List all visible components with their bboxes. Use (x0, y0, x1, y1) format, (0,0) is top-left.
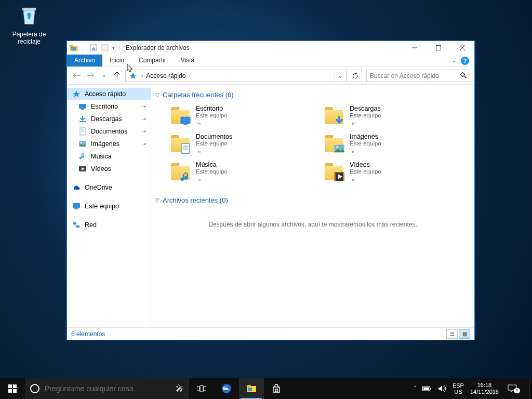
show-desktop-button[interactable] (529, 378, 532, 399)
group-header-recent[interactable]: ▽ Archivos recientes (0) (154, 194, 471, 209)
pin-icon: 📌︎ (349, 176, 356, 184)
minimize-button[interactable] (403, 41, 427, 55)
address-dropdown-icon[interactable]: ⌄ (334, 70, 346, 82)
folder-tile[interactable]: Imágenes Este equipo 📌︎ (323, 132, 471, 157)
ribbon-tab-share[interactable]: Compartir (131, 55, 174, 66)
sidebar-item-label: OneDrive (85, 184, 112, 191)
volume-icon[interactable] (438, 385, 446, 392)
microphone-icon[interactable]: 🎤︎ (176, 384, 184, 393)
folder-tile[interactable]: Vídeos Este equipo 📌︎ (323, 160, 471, 185)
sidebar-item-label: Documentos (91, 128, 127, 135)
maximize-button[interactable] (427, 41, 450, 55)
svg-rect-26 (180, 117, 190, 124)
start-button[interactable] (0, 378, 25, 399)
sidebar-item-videos[interactable]: Vídeos (67, 163, 151, 175)
group-header-frequent[interactable]: ▽ Carpetas frecuentes (6) (154, 89, 471, 104)
cortana-input[interactable] (45, 384, 170, 393)
svg-rect-0 (22, 8, 36, 10)
sidebar-this-pc[interactable]: Este equipo (67, 200, 151, 212)
svg-rect-27 (183, 124, 187, 125)
svg-rect-42 (197, 387, 200, 391)
sidebar-item-music[interactable]: Música (67, 150, 151, 163)
clock[interactable]: 16:18 14/11/2016 (470, 382, 499, 395)
folder-tile[interactable]: Escritorio Este equipo 📌︎ (169, 104, 317, 129)
lang-primary: ESP (453, 382, 464, 389)
ribbon-tab-view[interactable]: Vista (174, 55, 202, 66)
search-icon[interactable]: 🔍︎ (457, 71, 470, 81)
tray-overflow-icon[interactable]: ˆ (414, 385, 416, 392)
pin-icon: 📌︎ (349, 148, 356, 156)
action-center-button[interactable]: 1 (505, 384, 526, 393)
ribbon-tab-file[interactable]: Archivo (67, 55, 102, 66)
network-icon (72, 221, 81, 229)
nav-forward-button[interactable]: 🡢 (85, 70, 96, 82)
clock-date: 14/11/2016 (470, 389, 499, 395)
battery-icon[interactable] (422, 385, 432, 392)
language-indicator[interactable]: ESP US (453, 382, 464, 395)
taskbar-app-explorer[interactable] (239, 378, 264, 399)
sidebar-onedrive[interactable]: OneDrive (67, 181, 151, 194)
sidebar-item-downloads[interactable]: Descargas 📌︎ (67, 113, 151, 125)
folder-icon (170, 161, 191, 182)
chevron-down-icon: ▽ (155, 197, 159, 203)
folder-icon (246, 384, 257, 393)
address-bar[interactable]: › Acceso rápido › ⌄ (125, 70, 347, 82)
qat-properties-icon[interactable] (89, 44, 98, 52)
pin-icon: 📌︎ (140, 115, 148, 123)
status-bar: 6 elementos ☰ ▦ (67, 327, 474, 340)
tile-location: Este equipo (196, 140, 232, 147)
sidebar-quick-access[interactable]: Acceso rápido (67, 88, 151, 100)
folder-tile[interactable]: Música Este equipo 📌︎ (169, 160, 317, 185)
titlebar[interactable]: ▾ Explorador de archivos (67, 41, 474, 55)
folder-icon (324, 105, 344, 126)
sidebar-item-label: Este equipo (85, 203, 119, 210)
recycle-bin-icon (18, 4, 41, 27)
group-title: Archivos recientes (0) (163, 196, 228, 204)
cortana-search[interactable]: 🎤︎ (25, 378, 189, 399)
nav-recent-dropdown[interactable]: ▾ (98, 70, 110, 82)
sidebar-item-label: Descargas (91, 115, 122, 123)
taskbar-app-store[interactable] (264, 378, 289, 399)
sidebar-item-desktop[interactable]: Escritorio 📌︎ (67, 100, 151, 113)
sidebar-network[interactable]: Red (67, 219, 151, 231)
help-button[interactable]: ? (461, 57, 469, 65)
tile-location: Este equipo (350, 140, 381, 147)
svg-rect-48 (248, 388, 252, 391)
search-box[interactable]: 🔍︎ (366, 70, 470, 82)
chevron-right-icon[interactable]: › (140, 73, 144, 78)
ribbon-collapse-icon[interactable]: ⌄ (451, 58, 456, 63)
svg-rect-43 (200, 385, 203, 392)
qat-new-folder-icon[interactable] (101, 44, 109, 52)
chevron-down-icon: ▽ (155, 92, 159, 98)
svg-rect-22 (73, 203, 80, 208)
search-input[interactable] (367, 72, 457, 79)
folder-tile[interactable]: Descargas Este equipo 📌︎ (323, 104, 471, 129)
qat-dropdown-icon[interactable]: ▾ (112, 45, 115, 50)
svg-rect-14 (79, 121, 86, 122)
refresh-button[interactable] (349, 70, 362, 82)
sidebar-item-documents[interactable]: Documentos 📌︎ (67, 125, 151, 138)
view-tiles-button[interactable]: ▦ (459, 329, 470, 339)
nav-up-button[interactable]: 🡡 (112, 70, 123, 82)
svg-rect-7 (436, 46, 441, 50)
maximize-icon (436, 45, 441, 50)
pin-icon: 📌︎ (140, 140, 148, 148)
view-details-button[interactable]: ☰ (446, 329, 458, 339)
breadcrumb-location[interactable]: Acceso rápido (144, 72, 188, 79)
desktop-icon-recycle-bin[interactable]: Papelera de reciclaje (9, 4, 49, 45)
sidebar-item-pictures[interactable]: Imágenes 📌︎ (67, 138, 151, 150)
window-title: Explorador de archivos (126, 44, 190, 51)
close-button[interactable] (450, 41, 474, 55)
folder-tile[interactable]: Documentos Este equipo 📌︎ (169, 132, 317, 157)
cortana-icon (30, 384, 39, 393)
nav-back-button[interactable]: 🡠 (71, 70, 83, 82)
recent-empty-message: Después de abrir algunos archivos, aquí … (154, 209, 471, 240)
task-view-button[interactable] (189, 378, 214, 399)
sidebar-item-label: Escritorio (91, 103, 118, 110)
system-tray: ˆ ESP US 16:18 14/11/2016 1 (411, 378, 529, 399)
svg-point-33 (336, 146, 339, 149)
tile-location: Este equipo (196, 112, 228, 118)
content-pane: ▽ Carpetas frecuentes (6) Escritorio Est… (151, 85, 474, 327)
chevron-right-icon[interactable]: › (188, 73, 191, 78)
taskbar-app-edge[interactable] (214, 378, 239, 399)
